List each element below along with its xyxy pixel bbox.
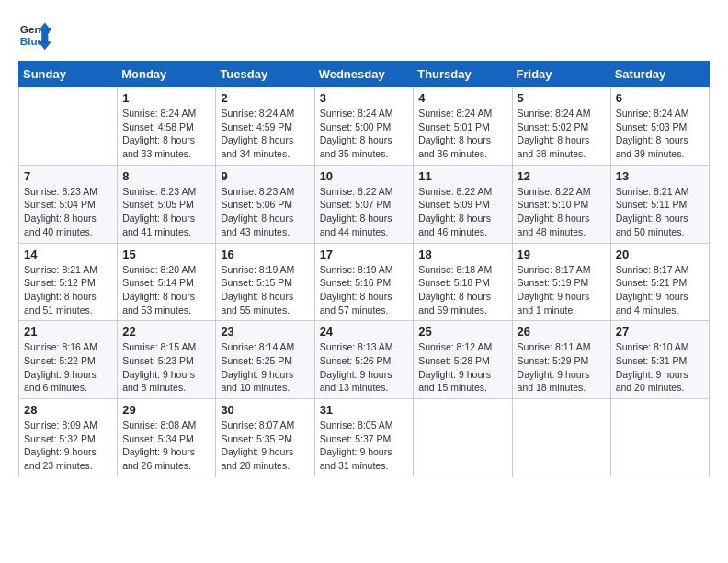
calendar-cell: 6Sunrise: 8:24 AMSunset: 5:03 PMDaylight… xyxy=(610,87,709,166)
calendar-cell: 5Sunrise: 8:24 AMSunset: 5:02 PMDaylight… xyxy=(512,87,610,166)
day-info: Sunrise: 8:13 AMSunset: 5:26 PMDaylight:… xyxy=(320,340,409,395)
day-info: Sunrise: 8:22 AMSunset: 5:07 PMDaylight:… xyxy=(320,185,409,239)
day-number: 15 xyxy=(122,247,210,261)
day-info: Sunrise: 8:24 AMSunset: 5:00 PMDaylight:… xyxy=(320,107,409,161)
day-info: Sunrise: 8:05 AMSunset: 5:37 PMDaylight:… xyxy=(320,419,409,473)
day-info: Sunrise: 8:14 AMSunset: 5:25 PMDaylight:… xyxy=(221,340,309,395)
calendar-header-row: SundayMondayTuesdayWednesdayThursdayFrid… xyxy=(19,62,710,87)
calendar-cell: 30Sunrise: 8:07 AMSunset: 5:35 PMDayligh… xyxy=(216,399,314,477)
calendar-cell: 8Sunrise: 8:23 AMSunset: 5:05 PMDaylight… xyxy=(118,165,216,243)
day-number: 29 xyxy=(122,403,210,417)
day-number: 22 xyxy=(122,325,210,339)
calendar-cell: 25Sunrise: 8:12 AMSunset: 5:28 PMDayligh… xyxy=(414,321,512,399)
day-number: 18 xyxy=(418,247,506,261)
calendar-cell: 7Sunrise: 8:23 AMSunset: 5:04 PMDaylight… xyxy=(19,165,118,243)
calendar-cell: 21Sunrise: 8:16 AMSunset: 5:22 PMDayligh… xyxy=(19,321,118,399)
day-number: 9 xyxy=(221,169,309,183)
weekday-header: Tuesday xyxy=(216,62,314,87)
calendar-week-row: 28Sunrise: 8:09 AMSunset: 5:32 PMDayligh… xyxy=(19,399,710,477)
day-info: Sunrise: 8:09 AMSunset: 5:32 PMDaylight:… xyxy=(24,419,112,473)
day-number: 23 xyxy=(221,325,309,339)
calendar-week-row: 21Sunrise: 8:16 AMSunset: 5:22 PMDayligh… xyxy=(19,321,710,399)
calendar-cell: 17Sunrise: 8:19 AMSunset: 5:16 PMDayligh… xyxy=(314,243,414,321)
calendar-cell xyxy=(610,399,709,477)
day-info: Sunrise: 8:24 AMSunset: 5:02 PMDaylight:… xyxy=(518,107,606,161)
weekday-header: Sunday xyxy=(19,62,118,87)
day-info: Sunrise: 8:23 AMSunset: 5:04 PMDaylight:… xyxy=(24,185,112,239)
calendar-cell: 27Sunrise: 8:10 AMSunset: 5:31 PMDayligh… xyxy=(610,321,709,399)
day-info: Sunrise: 8:19 AMSunset: 5:15 PMDaylight:… xyxy=(221,263,309,317)
day-number: 31 xyxy=(320,403,409,417)
calendar-cell: 14Sunrise: 8:21 AMSunset: 5:12 PMDayligh… xyxy=(19,243,118,321)
day-number: 26 xyxy=(518,325,606,339)
calendar-cell: 11Sunrise: 8:22 AMSunset: 5:09 PMDayligh… xyxy=(414,165,512,243)
day-number: 1 xyxy=(122,91,210,105)
logo-icon: General Blue xyxy=(18,18,51,52)
weekday-header: Thursday xyxy=(414,62,512,87)
calendar-cell: 3Sunrise: 8:24 AMSunset: 5:00 PMDaylight… xyxy=(314,87,414,166)
day-info: Sunrise: 8:11 AMSunset: 5:29 PMDaylight:… xyxy=(518,340,606,395)
weekday-header: Monday xyxy=(118,62,216,87)
day-info: Sunrise: 8:24 AMSunset: 5:01 PMDaylight:… xyxy=(418,107,506,161)
day-number: 14 xyxy=(24,247,112,261)
calendar-cell: 10Sunrise: 8:22 AMSunset: 5:07 PMDayligh… xyxy=(314,165,414,243)
day-info: Sunrise: 8:15 AMSunset: 5:23 PMDaylight:… xyxy=(122,340,210,395)
calendar-cell: 18Sunrise: 8:18 AMSunset: 5:18 PMDayligh… xyxy=(414,243,512,321)
calendar-cell xyxy=(19,87,118,166)
calendar-cell: 9Sunrise: 8:23 AMSunset: 5:06 PMDaylight… xyxy=(216,165,314,243)
weekday-header: Wednesday xyxy=(314,62,414,87)
calendar-cell: 15Sunrise: 8:20 AMSunset: 5:14 PMDayligh… xyxy=(118,243,216,321)
calendar-cell: 28Sunrise: 8:09 AMSunset: 5:32 PMDayligh… xyxy=(19,399,118,477)
day-number: 24 xyxy=(320,325,409,339)
day-info: Sunrise: 8:18 AMSunset: 5:18 PMDaylight:… xyxy=(418,263,506,317)
day-number: 3 xyxy=(320,91,409,105)
day-info: Sunrise: 8:21 AMSunset: 5:12 PMDaylight:… xyxy=(24,263,112,317)
day-number: 19 xyxy=(518,247,606,261)
day-info: Sunrise: 8:21 AMSunset: 5:11 PMDaylight:… xyxy=(616,185,704,239)
day-number: 27 xyxy=(616,325,704,339)
day-info: Sunrise: 8:12 AMSunset: 5:28 PMDaylight:… xyxy=(418,340,506,395)
calendar-cell xyxy=(512,399,610,477)
day-info: Sunrise: 8:16 AMSunset: 5:22 PMDaylight:… xyxy=(24,340,112,395)
day-number: 2 xyxy=(221,91,309,105)
day-number: 21 xyxy=(24,325,112,339)
calendar-cell: 16Sunrise: 8:19 AMSunset: 5:15 PMDayligh… xyxy=(216,243,314,321)
day-info: Sunrise: 8:24 AMSunset: 5:03 PMDaylight:… xyxy=(616,107,704,161)
weekday-header: Friday xyxy=(512,62,610,87)
calendar-cell: 19Sunrise: 8:17 AMSunset: 5:19 PMDayligh… xyxy=(512,243,610,321)
day-number: 30 xyxy=(221,403,309,417)
day-info: Sunrise: 8:17 AMSunset: 5:21 PMDaylight:… xyxy=(616,263,704,317)
calendar-cell: 20Sunrise: 8:17 AMSunset: 5:21 PMDayligh… xyxy=(610,243,709,321)
day-number: 12 xyxy=(518,169,606,183)
day-number: 17 xyxy=(320,247,409,261)
day-info: Sunrise: 8:22 AMSunset: 5:10 PMDaylight:… xyxy=(518,185,606,239)
day-number: 20 xyxy=(616,247,704,261)
day-number: 10 xyxy=(320,169,409,183)
day-info: Sunrise: 8:24 AMSunset: 4:59 PMDaylight:… xyxy=(221,107,309,161)
day-number: 16 xyxy=(221,247,309,261)
calendar-cell: 4Sunrise: 8:24 AMSunset: 5:01 PMDaylight… xyxy=(414,87,512,166)
day-number: 11 xyxy=(418,169,506,183)
day-info: Sunrise: 8:19 AMSunset: 5:16 PMDaylight:… xyxy=(320,263,409,317)
svg-text:Blue: Blue xyxy=(20,35,44,47)
day-info: Sunrise: 8:23 AMSunset: 5:06 PMDaylight:… xyxy=(221,185,309,239)
day-info: Sunrise: 8:10 AMSunset: 5:31 PMDaylight:… xyxy=(616,340,704,395)
day-info: Sunrise: 8:17 AMSunset: 5:19 PMDaylight:… xyxy=(518,263,606,317)
calendar-table: SundayMondayTuesdayWednesdayThursdayFrid… xyxy=(18,61,710,477)
day-number: 28 xyxy=(24,403,112,417)
day-number: 7 xyxy=(24,169,112,183)
calendar-cell: 2Sunrise: 8:24 AMSunset: 4:59 PMDaylight… xyxy=(216,87,314,166)
day-number: 5 xyxy=(518,91,606,105)
page-header: General Blue xyxy=(18,18,710,52)
calendar-cell: 12Sunrise: 8:22 AMSunset: 5:10 PMDayligh… xyxy=(512,165,610,243)
calendar-cell: 24Sunrise: 8:13 AMSunset: 5:26 PMDayligh… xyxy=(314,321,414,399)
day-number: 8 xyxy=(122,169,210,183)
calendar-cell: 22Sunrise: 8:15 AMSunset: 5:23 PMDayligh… xyxy=(118,321,216,399)
day-number: 6 xyxy=(616,91,704,105)
day-info: Sunrise: 8:08 AMSunset: 5:34 PMDaylight:… xyxy=(122,419,210,473)
day-info: Sunrise: 8:07 AMSunset: 5:35 PMDaylight:… xyxy=(221,419,309,473)
calendar-cell: 13Sunrise: 8:21 AMSunset: 5:11 PMDayligh… xyxy=(610,165,709,243)
calendar-cell: 29Sunrise: 8:08 AMSunset: 5:34 PMDayligh… xyxy=(118,399,216,477)
day-number: 25 xyxy=(418,325,506,339)
calendar-week-row: 7Sunrise: 8:23 AMSunset: 5:04 PMDaylight… xyxy=(19,165,710,243)
